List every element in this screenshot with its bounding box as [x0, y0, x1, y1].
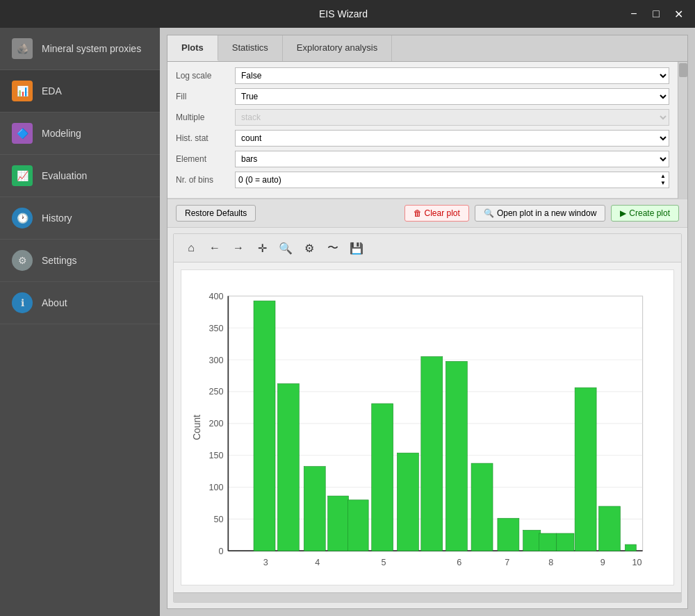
tab-exploratory-analysis[interactable]: Exploratory analysis	[283, 35, 392, 61]
sidebar-icon-shape-evaluation: 📈	[12, 165, 33, 186]
sidebar-icon-about: ℹ	[11, 292, 33, 314]
tab-content: Log scaleFalseTrueFillTrueFalseMultiples…	[167, 62, 687, 608]
bar-10	[471, 463, 493, 551]
bar-6	[372, 403, 393, 551]
option-select-fill[interactable]: TrueFalse	[235, 88, 669, 105]
sidebar-icon-settings: ⚙	[11, 249, 33, 272]
bar-3	[304, 467, 325, 551]
option-spinner-nr-of-bins[interactable]: 0 (0 = auto)▲▼	[235, 172, 669, 188]
option-row-log-scale: Log scaleFalseTrue	[176, 67, 669, 84]
maximize-button[interactable]: □	[646, 4, 666, 24]
options-scrollbar[interactable]	[678, 62, 687, 199]
svg-text:8: 8	[548, 558, 553, 567]
option-row-element: Elementbarssteppoly	[176, 151, 669, 167]
main-layout: 🪨Mineral system proxies📊EDA🔷Modeling📈Eva…	[0, 28, 695, 616]
open-plot-button[interactable]: 🔍Open plot in a new window	[475, 205, 605, 222]
svg-text:50: 50	[213, 515, 223, 524]
chart-scrollbar-bottom[interactable]	[174, 592, 681, 602]
svg-text:400: 400	[208, 292, 223, 301]
sidebar-icon-evaluation: 📈	[11, 165, 33, 187]
option-select-hist-stat[interactable]: countfrequencydensityprobability	[235, 130, 669, 147]
option-label-multiple: Multiple	[176, 113, 235, 122]
zoom-tool-button[interactable]: 🔍	[275, 238, 296, 258]
option-select-multiple: stackdodgelayer	[235, 109, 669, 126]
clear-plot-button[interactable]: 🗑Clear plot	[404, 205, 469, 222]
bar-5	[348, 500, 368, 551]
chart-area: Count	[181, 269, 674, 585]
forward-tool-button[interactable]: →	[228, 238, 249, 258]
svg-text:9: 9	[600, 558, 605, 567]
sidebar-icon-shape-about: ℹ	[12, 292, 33, 313]
sidebar-icon-shape-eda: 📊	[12, 81, 33, 101]
histogram-chart: Count	[188, 277, 667, 578]
trash-icon: 🗑	[414, 208, 422, 218]
option-label-element: Element	[176, 154, 235, 164]
sidebar-icon-modeling: 🔷	[11, 122, 33, 144]
bar-15	[575, 388, 596, 551]
option-row-fill: FillTrueFalse	[176, 88, 669, 105]
sidebar-item-history[interactable]: 🕐History	[0, 197, 160, 240]
option-row-multiple: Multiplestackdodgelayer	[176, 109, 669, 126]
sidebar-label-settings: Settings	[42, 255, 77, 266]
option-label-log-scale: Log scale	[176, 71, 235, 81]
bar-13	[539, 533, 557, 551]
svg-text:7: 7	[505, 558, 509, 567]
close-button[interactable]: ✕	[669, 4, 688, 24]
sidebar-icon-mineral-system-proxies: 🪨	[11, 38, 33, 60]
title-bar: EIS Wizard − □ ✕	[0, 0, 695, 28]
bar-8	[421, 356, 443, 551]
app-title: EIS Wizard	[63, 8, 624, 19]
svg-text:100: 100	[208, 483, 223, 492]
bar-14	[557, 533, 574, 551]
sidebar-label-about: About	[42, 297, 67, 308]
sidebar-icon-shape-mineral-system-proxies: 🪨	[12, 38, 33, 59]
create-plot-button[interactable]: ▶Create plot	[611, 205, 679, 222]
tab-bar: PlotsStatisticsExploratory analysis	[167, 35, 687, 62]
sidebar-item-modeling[interactable]: 🔷Modeling	[0, 113, 160, 155]
option-label-hist-stat: Hist. stat	[176, 133, 235, 143]
bar-11	[498, 518, 519, 551]
option-row-hist-stat: Hist. statcountfrequencydensityprobabili…	[176, 130, 669, 147]
sidebar-item-mineral-system-proxies[interactable]: 🪨Mineral system proxies	[0, 28, 160, 70]
content-area: PlotsStatisticsExploratory analysis Log …	[160, 28, 695, 616]
sidebar-icon-shape-modeling: 🔷	[12, 123, 33, 144]
option-label-nr-of-bins: Nr. of bins	[176, 175, 235, 185]
line-tool-button[interactable]: 〜	[322, 238, 343, 258]
option-value-nr-of-bins: 0 (0 = auto)	[238, 175, 281, 185]
svg-text:200: 200	[208, 419, 223, 428]
sidebar-item-settings[interactable]: ⚙Settings	[0, 240, 160, 282]
home-tool-button[interactable]: ⌂	[181, 238, 202, 258]
restore-defaults-button[interactable]: Restore Defaults	[176, 205, 256, 222]
back-tool-button[interactable]: ←	[204, 238, 225, 258]
svg-text:6: 6	[457, 558, 461, 567]
pan-tool-button[interactable]: ✛	[252, 238, 272, 258]
save-tool-button[interactable]: 💾	[346, 238, 367, 258]
option-select-element[interactable]: barssteppoly	[235, 151, 669, 167]
sidebar-item-evaluation[interactable]: 📈Evaluation	[0, 155, 160, 197]
bar-2	[277, 383, 299, 551]
option-label-fill: Fill	[176, 92, 235, 101]
sidebar-item-eda[interactable]: 📊EDA	[0, 70, 160, 113]
sidebar-icon-history: 🕐	[11, 207, 33, 229]
tab-statistics[interactable]: Statistics	[218, 35, 283, 61]
option-select-log-scale[interactable]: FalseTrue	[235, 67, 669, 84]
sidebar: 🪨Mineral system proxies📊EDA🔷Modeling📈Eva…	[0, 28, 160, 616]
svg-text:150: 150	[208, 451, 223, 460]
svg-text:350: 350	[208, 324, 223, 333]
sidebar-label-history: History	[42, 213, 72, 224]
action-buttons-row: Restore Defaults 🗑Clear plot 🔍Open plot …	[167, 199, 687, 228]
svg-text:0: 0	[218, 547, 223, 556]
bar-7	[397, 453, 418, 551]
minimize-button[interactable]: −	[624, 4, 644, 24]
plot-container: ⌂ ← → ✛ 🔍 ⚙ 〜 💾 Count	[173, 233, 682, 603]
svg-text:300: 300	[208, 356, 223, 365]
sidebar-item-about[interactable]: ℹAbout	[0, 282, 160, 324]
bar-9	[445, 361, 467, 551]
settings-tool-button[interactable]: ⚙	[299, 238, 320, 258]
bar-16	[599, 506, 621, 551]
bar-12	[523, 530, 541, 551]
tab-plots[interactable]: Plots	[167, 35, 218, 61]
sidebar-label-evaluation: Evaluation	[42, 170, 87, 181]
option-row-nr-of-bins: Nr. of bins0 (0 = auto)▲▼	[176, 172, 669, 188]
spinner-arrows-nr-of-bins[interactable]: ▲▼	[660, 173, 666, 186]
